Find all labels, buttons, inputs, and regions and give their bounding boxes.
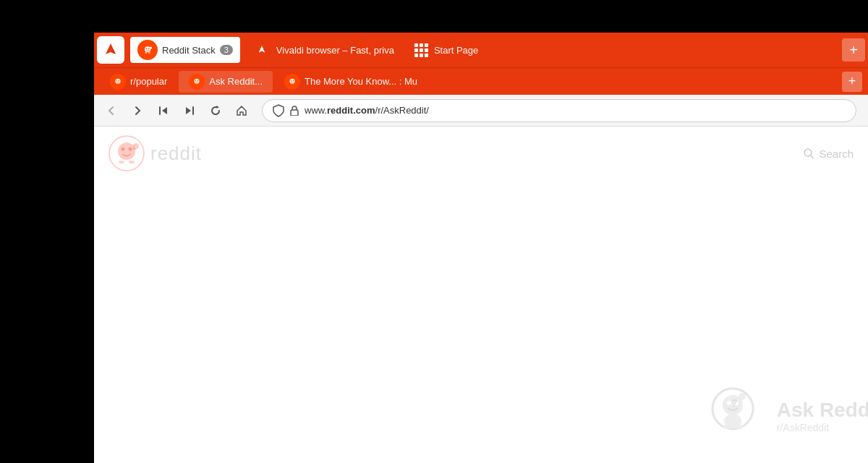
home-icon [236,105,247,116]
svg-point-2 [145,48,147,49]
reddit-alien-logo [109,135,145,171]
sub-tab-moreknow[interactable]: The More You Know... : Mu [274,71,427,93]
tab-vivaldi[interactable]: Vivaldi browser – Fast, priva [243,37,403,63]
svg-point-7 [148,52,150,53]
svg-point-19 [293,80,294,81]
forward-icon [132,106,142,116]
new-tab-button[interactable]: + [842,38,865,61]
tab-vivaldi-icon [252,40,272,60]
skip-back-icon [158,106,169,116]
reddit-watermark: ? Ask Reddit r/AskReddit [700,383,868,449]
start-page-label: Start Page [434,45,478,56]
svg-point-11 [119,80,120,81]
svg-point-6 [145,52,146,53]
back-icon [106,106,116,116]
tab-vivaldi-label: Vivaldi browser – Fast, priva [276,45,394,56]
sub-tab-label-popular: r/popular [130,76,167,87]
skip-back-button[interactable] [152,99,175,122]
skip-forward-icon [184,106,195,116]
reddit-search-area[interactable]: Search [803,148,854,160]
tab-label: Reddit Stack [162,45,216,56]
reload-button[interactable] [204,99,227,122]
watermark-icon: ? [700,383,765,449]
svg-point-14 [195,80,197,81]
svg-point-27 [129,148,132,151]
reddit-logo-area: reddit [109,135,202,171]
address-text: www.reddit.com/r/AskReddit/ [305,105,429,116]
search-icon [803,148,814,159]
sub-tab-reddit-icon-ask [189,74,205,90]
watermark-subtitle: r/AskReddit [777,422,868,433]
svg-point-30 [119,161,124,163]
watermark-text-area: Ask Reddit r/AskReddit [777,399,868,433]
tab-apps-button[interactable]: Start Page [406,39,487,61]
svg-point-3 [148,48,150,49]
sub-tab-askreddit[interactable]: Ask Reddit... [179,71,273,93]
svg-point-26 [122,148,125,151]
svg-line-39 [738,399,742,400]
sub-tab-new-button[interactable]: + [842,72,862,92]
svg-point-43 [724,414,741,428]
tab-bar-top: Reddit Stack 3 Vivaldi browser – Fast, p… [94,33,868,67]
tab-reddit-icon [137,40,158,60]
forward-button[interactable] [126,99,149,122]
apps-grid-icon [414,43,428,57]
svg-point-31 [129,161,135,163]
svg-text:?: ? [731,397,738,409]
tab-bar-second: r/popular Ask Reddit... [94,67,868,95]
home-button[interactable] [230,99,253,122]
sub-tab-label-ask: Ask Reddit... [209,76,263,87]
tab-badge: 3 [220,45,233,55]
sub-tab-reddit-icon-more [284,74,300,90]
svg-line-33 [811,156,813,158]
vivaldi-logo[interactable] [97,36,124,64]
vivaldi-v-icon [103,42,119,58]
sub-tab-reddit-icon-popular [110,74,126,90]
reload-icon [210,105,221,116]
svg-point-15 [197,80,199,81]
reddit-wordmark: reddit [150,143,202,165]
skip-forward-button[interactable] [178,99,201,122]
tab-reddit-stack[interactable]: Reddit Stack 3 [130,37,240,63]
search-label: Search [819,148,854,160]
lock-icon [290,106,299,116]
svg-point-25 [118,143,135,160]
back-button[interactable] [100,99,123,122]
svg-point-18 [291,80,292,81]
svg-rect-23 [291,110,298,116]
svg-point-28 [133,143,139,149]
reddit-header: reddit Search [94,127,868,180]
navigation-bar: www.reddit.com/r/AskReddit/ [94,95,868,127]
shield-icon [273,104,284,117]
svg-point-10 [116,80,118,81]
watermark-title: Ask Reddit [777,399,868,422]
sub-tab-popular[interactable]: r/popular [100,71,177,93]
sub-tab-label-more: The More You Know... : Mu [305,76,417,87]
address-bar[interactable]: www.reddit.com/r/AskReddit/ [262,99,856,122]
page-content: reddit Search [94,127,868,463]
